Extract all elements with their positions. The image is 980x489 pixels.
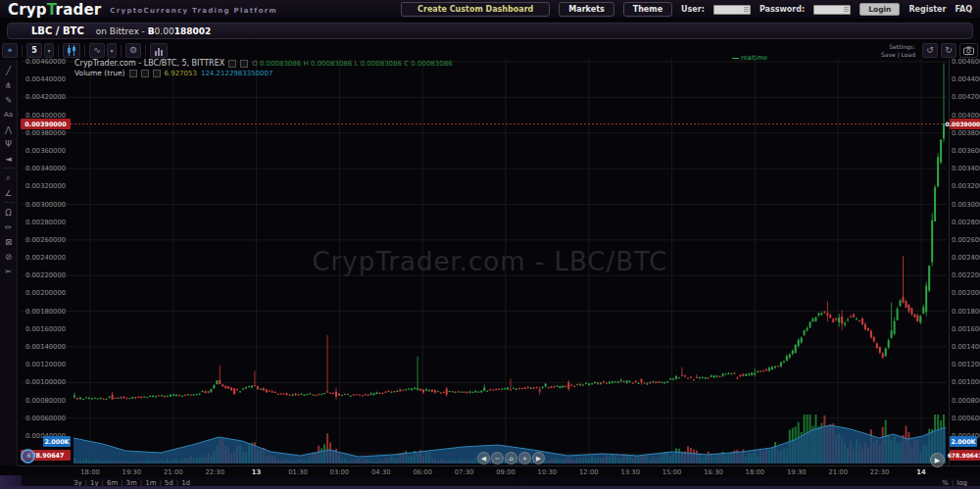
price-tick-left: 0.00380000	[25, 129, 66, 137]
user-input[interactable]	[713, 5, 751, 15]
theme-button[interactable]: Theme	[623, 2, 672, 17]
measure-tool[interactable]: ∠	[2, 187, 16, 198]
volume-legend-label: Volume (true)	[74, 69, 125, 77]
price-tick-right: 0.00160000	[952, 325, 980, 333]
crosshair-button[interactable]: ⌖	[2, 43, 18, 58]
trend-line-tool[interactable]: ╱	[2, 65, 16, 75]
password-input[interactable]	[813, 5, 851, 15]
snapshot-button[interactable]	[959, 43, 978, 58]
magnet-tool[interactable]: Ω	[2, 207, 16, 218]
input-grip-icon	[844, 7, 849, 13]
go-to-realtime-button[interactable]: ▶	[930, 453, 945, 467]
price-tick-right: 0.00340000	[952, 165, 980, 172]
price-tick-right: 0.00100000	[952, 378, 980, 386]
time-tick: 19:30	[117, 468, 146, 476]
draw-mode-tool[interactable]: ✏	[2, 221, 16, 232]
toolbar-divider	[84, 45, 85, 57]
toolbar-divider	[145, 45, 146, 57]
legend-settings-icon[interactable]	[129, 70, 137, 77]
candlestick-chart[interactable]	[18, 59, 949, 465]
price-tick-left: 0.00220000	[25, 271, 66, 279]
zoom-tool[interactable]: ⌕	[2, 172, 16, 183]
scroll-left-button[interactable]: ◀	[477, 452, 490, 465]
zoom-out-button[interactable]: −	[491, 452, 504, 465]
legend-settings-icon[interactable]	[228, 60, 236, 68]
time-tick: 01:30	[283, 468, 313, 476]
login-button[interactable]: Login	[859, 3, 900, 16]
gear-icon: ⚙	[129, 46, 137, 55]
price-tick-right: 0.00380000	[952, 129, 980, 137]
xabcd-pattern-tool[interactable]: ⋀	[2, 123, 16, 134]
price-tick-left: 0.00140000	[25, 343, 66, 351]
undo-button[interactable]: ↺	[922, 43, 938, 58]
reset-view-button[interactable]: ⌂	[505, 452, 517, 465]
time-tick: 16:30	[699, 468, 728, 476]
markets-button[interactable]: Markets	[559, 2, 613, 17]
logo-t-icon: T	[47, 1, 56, 19]
indicators-caret-button[interactable]: ▾	[107, 43, 117, 58]
text-tool[interactable]: Aa	[2, 109, 16, 120]
lock-drawings-tool[interactable]: ⊠	[2, 236, 16, 247]
pitchfork-tool[interactable]: ⋔	[2, 79, 16, 90]
brush-tool[interactable]: ✎	[2, 94, 16, 105]
legend-ohlc: O 0.00083086 H 0.00083086 L 0.00083086 C…	[252, 60, 452, 68]
chart-legend: CrypTrader.com - LBC/BTC, 5, BITTREX O 0…	[74, 59, 453, 68]
time-tick: 13:30	[615, 468, 645, 476]
legend-close-icon[interactable]	[153, 70, 161, 77]
camera-icon	[963, 46, 974, 55]
chart-properties-button[interactable]: ⚙	[125, 43, 141, 58]
toolbar-divider	[121, 45, 122, 57]
time-tick: 10:30	[532, 468, 562, 476]
price-tick-left: 0.00260000	[25, 236, 66, 244]
hide-drawings-tool[interactable]: ⊘	[2, 251, 16, 262]
indicators-button[interactable]: ∿	[89, 43, 105, 58]
faq-link[interactable]: FAQ	[955, 5, 972, 14]
realtime-marker-icon	[732, 58, 739, 59]
interval-caret-button[interactable]: ▾	[44, 43, 54, 58]
time-tick: 12:00	[574, 468, 604, 476]
play-icon: ▶	[935, 457, 940, 465]
zoom-in-button[interactable]: +	[518, 452, 531, 465]
remove-drawings-tool[interactable]: ✂	[2, 266, 16, 276]
settings-save-load[interactable]: Settings:Save | Load	[881, 43, 915, 58]
time-tick: 09:00	[491, 468, 520, 476]
time-tick: 18:00	[75, 468, 105, 476]
rail-divider	[3, 168, 15, 169]
redo-button[interactable]: ↻	[941, 43, 956, 58]
fib-retracement-tool[interactable]: Ψ	[2, 138, 16, 149]
price-tick-left: 0.00360000	[25, 147, 66, 155]
price-tick-left: 0.00420000	[25, 93, 66, 101]
toolbar-right-group: Settings:Save | Load ↺ ↻	[881, 43, 978, 58]
price-tick-left: 0.00160000	[25, 325, 66, 333]
chart-toolbar: ⌖ 5 ▾ ∿ ▾ ⚙ Settings:Save | Load ↺ ↻	[2, 42, 978, 59]
arrow-tool[interactable]: ◄	[2, 153, 16, 164]
scroll-right-button[interactable]: ▶	[532, 452, 545, 465]
legend-settings-icon[interactable]	[141, 70, 149, 77]
chart-type-button[interactable]	[63, 43, 80, 58]
time-tick: 21:00	[159, 468, 188, 476]
create-dashboard-button[interactable]: Create Custom Dashboard	[401, 2, 550, 17]
legend-close-icon[interactable]	[240, 60, 248, 68]
compare-chart-icon	[154, 46, 164, 56]
time-tick: 22:30	[200, 468, 229, 476]
register-link[interactable]: Register	[908, 5, 946, 14]
price-tick-left: 0.00240000	[25, 254, 66, 262]
price-tick-left: 0.00180000	[25, 308, 66, 316]
chevron-down-icon: ▾	[110, 48, 113, 54]
compare-button[interactable]	[150, 43, 168, 58]
volume-scale-flag-left: 2.000K	[43, 436, 71, 447]
symbol-venue-price: on Bittrex - B0.00188002	[96, 26, 211, 36]
price-tick-right: 0.00180000	[952, 308, 980, 316]
price-tick-left: 0.00440000	[25, 75, 66, 83]
undo-icon: ↺	[926, 46, 934, 55]
volume-legend: Volume (true) 6.927053 124.2122983350007	[74, 69, 272, 77]
price-tick-right: 0.00140000	[952, 343, 980, 351]
price-tick-right: 0.00080000	[952, 397, 980, 405]
legend-title: CrypTrader.com - LBC/BTC, 5, BITTREX	[74, 59, 224, 68]
price-tick-left: 0.00320000	[25, 182, 66, 190]
interval-button[interactable]: 5	[26, 43, 42, 58]
price-tick-left: 0.00340000	[25, 165, 66, 172]
volume-scale-flag-right: 2.000K	[950, 436, 977, 447]
candlestick-icon	[67, 45, 76, 56]
price-tick-right: 0.00300000	[952, 201, 980, 209]
